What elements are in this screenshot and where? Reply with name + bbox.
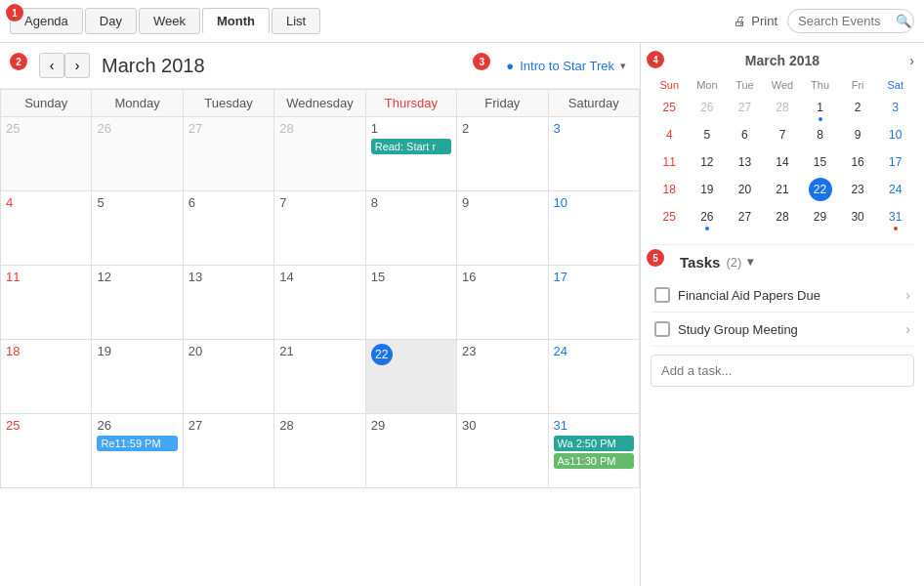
event-chip[interactable]: Read: Start r (371, 139, 451, 154)
event-chip[interactable]: Wa 2:50 PM (554, 436, 634, 451)
table-cell[interactable]: 14 (274, 266, 365, 340)
mini-day-cell[interactable]: 31 (876, 203, 914, 230)
week-row: 18 19 20 21 22 23 24 (1, 340, 640, 414)
table-cell[interactable]: 30 (457, 414, 548, 488)
tab-day[interactable]: Day (85, 8, 137, 34)
task-item-financial[interactable]: Financial Aid Papers Due › (651, 278, 914, 313)
mini-day-cell[interactable]: 11 (651, 148, 689, 176)
mini-day-cell[interactable]: 25 (651, 94, 689, 121)
mini-day-cell[interactable]: 4 (651, 121, 689, 148)
right-panel: 4 ‹ March 2018 › Sun Mon Tue Wed (641, 43, 924, 586)
mini-day-cell[interactable]: 2 (839, 94, 877, 121)
table-cell[interactable]: 19 (92, 340, 183, 414)
mini-day-cell[interactable]: 20 (726, 176, 764, 203)
mini-day-cell[interactable]: 25 (651, 203, 689, 230)
print-button[interactable]: 🖨 Print (734, 14, 777, 28)
task-checkbox-study[interactable] (654, 321, 670, 337)
table-cell[interactable]: 24 (548, 340, 639, 414)
table-cell[interactable]: 10 (548, 191, 639, 266)
tasks-header[interactable]: 5 Tasks (2) ▾ (651, 244, 914, 278)
table-cell[interactable]: 17 (548, 266, 639, 340)
table-cell[interactable]: 7 (274, 191, 365, 266)
mini-day-cell[interactable]: 5 (689, 121, 727, 148)
mini-day-cell[interactable]: 17 (876, 148, 914, 176)
mini-day-cell[interactable]: 16 (839, 148, 877, 176)
table-cell[interactable]: 12 (92, 266, 183, 340)
prev-month-button[interactable]: ‹ (39, 53, 64, 78)
mini-day-cell[interactable]: 12 (689, 148, 727, 176)
mini-day-cell[interactable]: 7 (764, 121, 802, 148)
add-task-input[interactable] (651, 355, 914, 387)
table-cell[interactable]: 25 (1, 414, 92, 488)
table-cell[interactable]: 8 (365, 191, 456, 266)
tab-month[interactable]: Month (202, 8, 270, 34)
table-cell[interactable]: 23 (457, 340, 548, 414)
mini-day-cell[interactable]: 26 (689, 94, 727, 121)
event-dot (894, 227, 898, 230)
label-name: Intro to Star Trek (520, 59, 614, 73)
mini-day-cell[interactable]: 27 (726, 94, 764, 121)
mini-day-cell[interactable]: 15 (801, 148, 839, 176)
mini-col-sun: Sun (651, 76, 689, 94)
mini-prev-button[interactable]: ‹ (651, 53, 655, 68)
mini-day-cell[interactable]: 28 (764, 94, 802, 121)
table-cell[interactable]: 26 Re11:59 PM (92, 414, 183, 488)
mini-day-cell[interactable]: 6 (726, 121, 764, 148)
tab-agenda-wrap: 1 Agenda (10, 8, 83, 34)
search-input[interactable] (798, 14, 896, 28)
table-cell[interactable]: 4 (1, 191, 92, 266)
table-cell[interactable]: 27 (183, 414, 273, 488)
mini-day-cell[interactable]: 19 (689, 176, 727, 203)
event-chip[interactable]: Re11:59 PM (97, 436, 177, 451)
table-cell-today[interactable]: 22 (365, 340, 456, 414)
table-cell[interactable]: 6 (183, 191, 273, 266)
table-cell[interactable]: 9 (457, 191, 548, 266)
mini-day-cell[interactable]: 26 (689, 203, 727, 230)
event-chip[interactable]: As11:30 PM (554, 453, 634, 469)
table-cell[interactable]: 15 (365, 266, 456, 340)
table-cell[interactable]: 27 (183, 117, 273, 191)
mini-day-cell[interactable]: 23 (839, 176, 877, 203)
mini-day-cell[interactable]: 18 (651, 176, 689, 203)
table-cell[interactable]: 3 (548, 117, 639, 191)
print-label: Print (751, 14, 777, 28)
table-cell[interactable]: 31 Wa 2:50 PM As11:30 PM (548, 414, 639, 488)
mini-day-cell[interactable]: 29 (801, 203, 839, 230)
table-cell[interactable]: 25 (1, 117, 92, 191)
table-cell[interactable]: 2 (457, 117, 548, 191)
task-item-study[interactable]: Study Group Meeting › (651, 313, 914, 347)
mini-day-cell[interactable]: 21 (764, 176, 802, 203)
table-cell[interactable]: 1 Read: Start r (365, 117, 456, 191)
mini-day-cell[interactable]: 14 (764, 148, 802, 176)
tab-list[interactable]: List (272, 8, 320, 34)
table-cell[interactable]: 11 (1, 266, 92, 340)
table-cell[interactable]: 21 (274, 340, 365, 414)
mini-day-cell[interactable]: 24 (876, 176, 914, 203)
table-cell[interactable]: 18 (1, 340, 92, 414)
task-checkbox-financial[interactable] (654, 287, 670, 303)
tab-week[interactable]: Week (139, 8, 200, 34)
mini-day-cell[interactable]: 27 (726, 203, 764, 230)
calendar-label-badge[interactable]: 3 ● Intro to Star Trek ▾ (477, 57, 626, 74)
mini-day-cell[interactable]: 13 (726, 148, 764, 176)
mini-day-cell[interactable]: 30 (839, 203, 877, 230)
mini-next-button[interactable]: › (909, 53, 914, 68)
mini-day-cell[interactable]: 3 (876, 94, 914, 121)
table-cell[interactable]: 16 (457, 266, 548, 340)
table-cell[interactable]: 28 (274, 414, 365, 488)
mini-day-cell[interactable]: 8 (801, 121, 839, 148)
mini-day-cell[interactable]: 1 (801, 94, 839, 121)
table-cell[interactable]: 26 (92, 117, 183, 191)
mini-week-row: 18 19 20 21 22 23 24 (651, 176, 914, 203)
table-cell[interactable]: 13 (183, 266, 273, 340)
mini-day-cell[interactable]: 10 (876, 121, 914, 148)
table-cell[interactable]: 28 (274, 117, 365, 191)
mini-day-cell[interactable]: 9 (839, 121, 877, 148)
mini-day-cell[interactable]: 28 (764, 203, 802, 230)
mini-day-cell-today[interactable]: 22 (801, 176, 839, 203)
mini-cal-header: ‹ March 2018 › (651, 53, 914, 68)
table-cell[interactable]: 20 (183, 340, 273, 414)
table-cell[interactable]: 29 (365, 414, 456, 488)
next-month-button[interactable]: › (64, 53, 90, 78)
table-cell[interactable]: 5 (92, 191, 183, 266)
